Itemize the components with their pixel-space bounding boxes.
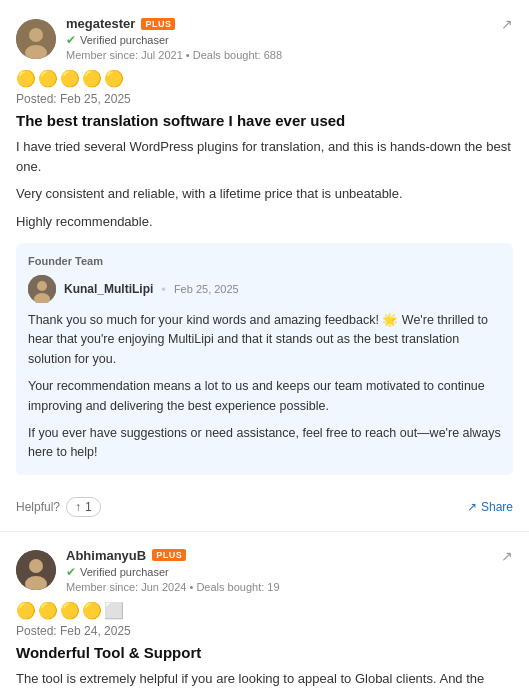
founder-team-label: Founder Team	[28, 255, 501, 267]
external-link-icon[interactable]: ↗	[501, 548, 513, 564]
verified-icon: ✔	[66, 565, 76, 579]
reviewer-info: AbhimanyuBPLUS✔Verified purchaserMember …	[16, 548, 280, 593]
review-title: Wonderful Tool & Support	[16, 644, 513, 661]
share-icon: ↗	[467, 500, 477, 514]
helpful-section: Helpful?↑ 1	[16, 497, 101, 517]
verified-text: Verified purchaser	[80, 566, 169, 578]
svg-point-4	[37, 281, 47, 291]
reviewer-name-row: megatesterPLUS	[66, 16, 282, 31]
review-body: The tool is extremely helpful if you are…	[16, 669, 513, 691]
reviewer-meta: AbhimanyuBPLUS✔Verified purchaserMember …	[66, 548, 280, 593]
verified-text: Verified purchaser	[80, 34, 169, 46]
reviewer-avatar	[16, 19, 56, 59]
external-link-icon[interactable]: ↗	[501, 16, 513, 32]
star-icon: 🟡	[82, 601, 102, 620]
member-info: Member since: Jun 2024 • Deals bought: 1…	[66, 581, 280, 593]
review-paragraph: Very consistent and reliable, with a lif…	[16, 184, 513, 204]
reviewer-info: megatesterPLUS✔Verified purchaserMember …	[16, 16, 282, 61]
review-body: I have tried several WordPress plugins f…	[16, 137, 513, 231]
reviewer-name: AbhimanyuB	[66, 548, 146, 563]
review-paragraph: The tool is extremely helpful if you are…	[16, 669, 513, 691]
review-title: The best translation software I have eve…	[16, 112, 513, 129]
verified-row: ✔Verified purchaser	[66, 565, 280, 579]
reviewer-meta: megatesterPLUS✔Verified purchaserMember …	[66, 16, 282, 61]
star-icon: 🟡	[38, 69, 58, 88]
thumbs-up-icon: ↑	[75, 500, 81, 514]
helpful-count: 1	[85, 500, 92, 514]
star-icon: 🟡	[16, 601, 36, 620]
reviewer-avatar	[16, 550, 56, 590]
verified-icon: ✔	[66, 33, 76, 47]
star-icon: 🟡	[38, 601, 58, 620]
star-icon: 🟡	[104, 69, 124, 88]
review-header: megatesterPLUS✔Verified purchaserMember …	[16, 16, 513, 61]
stars-row: 🟡🟡🟡🟡⬜	[16, 601, 513, 620]
review-header: AbhimanyuBPLUS✔Verified purchaserMember …	[16, 548, 513, 593]
founder-name: Kunal_MultiLipi	[64, 282, 153, 296]
review-card-review-abhimanyu: AbhimanyuBPLUS✔Verified purchaserMember …	[0, 532, 529, 691]
founder-paragraph: Thank you so much for your kind words an…	[28, 311, 501, 369]
posted-date: Posted: Feb 25, 2025	[16, 92, 513, 106]
founder-info-row: Kunal_MultiLipi•Feb 25, 2025	[28, 275, 501, 303]
founder-avatar	[28, 275, 56, 303]
review-paragraph: I have tried several WordPress plugins f…	[16, 137, 513, 176]
posted-date: Posted: Feb 24, 2025	[16, 624, 513, 638]
founder-reply: Founder Team Kunal_MultiLipi•Feb 25, 202…	[16, 243, 513, 475]
founder-paragraph: Your recommendation means a lot to us an…	[28, 377, 501, 416]
plus-badge: PLUS	[141, 18, 175, 30]
review-card-review-megatester: megatesterPLUS✔Verified purchaserMember …	[0, 0, 529, 532]
stars-row: 🟡🟡🟡🟡🟡	[16, 69, 513, 88]
helpful-button[interactable]: ↑ 1	[66, 497, 101, 517]
star-icon: 🟡	[82, 69, 102, 88]
plus-badge: PLUS	[152, 549, 186, 561]
founder-reply-date: Feb 25, 2025	[174, 283, 239, 295]
helpful-label: Helpful?	[16, 500, 60, 514]
star-icon: 🟡	[16, 69, 36, 88]
star-icon: 🟡	[60, 601, 80, 620]
member-info: Member since: Jul 2021 • Deals bought: 6…	[66, 49, 282, 61]
reviewer-name: megatester	[66, 16, 135, 31]
star-icon: ⬜	[104, 601, 124, 620]
star-icon: 🟡	[60, 69, 80, 88]
reviewer-name-row: AbhimanyuBPLUS	[66, 548, 280, 563]
dot-separator: •	[161, 282, 166, 297]
svg-point-7	[29, 559, 43, 573]
verified-row: ✔Verified purchaser	[66, 33, 282, 47]
share-button[interactable]: ↗ Share	[467, 500, 513, 514]
founder-reply-body: Thank you so much for your kind words an…	[28, 311, 501, 463]
founder-paragraph: If you ever have suggestions or need ass…	[28, 424, 501, 463]
founder-name-date: Kunal_MultiLipi•Feb 25, 2025	[64, 282, 239, 297]
helpful-row: Helpful?↑ 1↗ Share	[16, 487, 513, 531]
svg-point-1	[29, 28, 43, 42]
share-label: Share	[481, 500, 513, 514]
review-paragraph: Highly recommendable.	[16, 212, 513, 232]
